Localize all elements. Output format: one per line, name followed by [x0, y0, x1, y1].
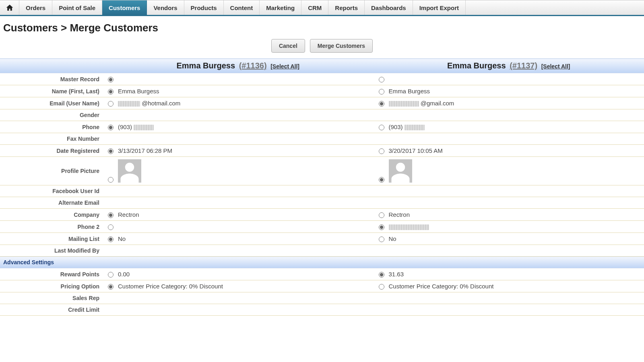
row-label-phone: Phone [0, 121, 103, 133]
row-email: Email (User Name) @hotmail.com @gmail.co… [0, 97, 644, 109]
cancel-button[interactable]: Cancel [271, 39, 305, 53]
row-reward_points: Reward Points 0.00 31.63 [0, 268, 644, 280]
customer-1-id: (#1136) [239, 61, 269, 70]
nav-item-content[interactable]: Content [224, 0, 260, 15]
customer-1-id-link[interactable]: (#1136) [239, 61, 267, 70]
row-company: Company Rectron Rectron [0, 209, 644, 221]
radio-reward_points-0[interactable] [108, 272, 114, 278]
radio-phone2-0[interactable] [108, 224, 114, 230]
row-profile_picture: Profile Picture [0, 157, 644, 185]
radio-master_record-0[interactable] [108, 77, 114, 82]
section-advanced-header: Advanced Settings [0, 257, 644, 268]
value-phone-0: (903) [118, 123, 154, 130]
merge-button[interactable]: Merge Customers [310, 39, 373, 53]
radio-company-0[interactable] [108, 212, 114, 218]
row-label-sales_rep: Sales Rep [0, 292, 103, 304]
row-gender: Gender [0, 109, 644, 121]
row-name: Name (First, Last) Emma Burgess Emma Bur… [0, 85, 644, 97]
radio-name-0[interactable] [108, 89, 114, 95]
radio-name-1[interactable] [379, 89, 384, 95]
value-reward_points-0: 0.00 [118, 271, 130, 278]
value-company-0: Rectron [118, 211, 139, 218]
radio-phone-0[interactable] [108, 125, 114, 130]
nav-item-point-of-sale[interactable]: Point of Sale [52, 0, 102, 15]
select-all-1[interactable]: [Select All] [270, 63, 299, 70]
radio-profile_picture-1[interactable] [379, 177, 384, 183]
value-email-1: @gmail.com [389, 100, 454, 107]
customer-2-id-link[interactable]: (#1137) [510, 61, 537, 70]
radio-mailing_list-0[interactable] [108, 237, 114, 242]
action-bar: Cancel Merge Customers [0, 38, 644, 58]
customer-1-name: Emma Burgess [176, 61, 235, 70]
radio-email-1[interactable] [379, 101, 384, 107]
section-advanced-label: Advanced Settings [3, 259, 54, 265]
radio-reward_points-1[interactable] [379, 272, 384, 278]
value-reward_points-1: 31.63 [389, 271, 404, 278]
row-label-fax: Fax Number [0, 133, 103, 145]
value-phone-1: (903) [389, 123, 425, 130]
top-nav: OrdersPoint of SaleCustomersVendorsProdu… [0, 0, 644, 16]
nav-item-reports[interactable]: Reports [328, 0, 365, 15]
value-pricing_option-0: Customer Price Category: 0% Discount [118, 283, 223, 290]
nav-home[interactable] [0, 0, 19, 15]
row-phone2: Phone 2 [0, 221, 644, 233]
redacted [118, 101, 140, 107]
row-date_registered: Date Registered 3/13/2017 06:28 PM 3/20/… [0, 145, 644, 157]
row-label-mailing_list: Mailing List [0, 233, 103, 245]
row-label-name: Name (First, Last) [0, 85, 103, 97]
value-phone2-1 [389, 223, 429, 230]
row-label-master_record: Master Record [0, 73, 103, 85]
radio-mailing_list-1[interactable] [379, 237, 384, 242]
row-pricing_option: Pricing Option Customer Price Category: … [0, 280, 644, 292]
nav-item-dashboards[interactable]: Dashboards [365, 0, 413, 15]
value-name-1: Emma Burgess [389, 88, 430, 95]
radio-phone-1[interactable] [379, 125, 384, 130]
row-sales_rep: Sales Rep [0, 292, 644, 304]
row-label-alt_email: Alternate Email [0, 197, 103, 209]
value-date_registered-0: 3/13/2017 06:28 PM [118, 147, 172, 154]
avatar-placeholder [118, 159, 141, 183]
value-mailing_list-0: No [118, 235, 126, 242]
radio-email-0[interactable] [108, 101, 114, 107]
nav-item-orders[interactable]: Orders [19, 0, 52, 15]
row-label-facebook_id: Facebook User Id [0, 185, 103, 197]
redacted [405, 125, 425, 130]
row-label-credit_limit: Credit Limit [0, 304, 103, 316]
row-label-gender: Gender [0, 109, 103, 121]
row-label-last_modified: Last Modified By [0, 245, 103, 257]
customer-header-2: Emma Burgess (#1137) [Select All] [377, 61, 641, 70]
redacted [389, 101, 419, 107]
row-label-email: Email (User Name) [0, 97, 103, 109]
nav-item-marketing[interactable]: Marketing [260, 0, 301, 15]
row-label-reward_points: Reward Points [0, 268, 103, 280]
nav-item-import-export[interactable]: Import Export [413, 0, 466, 15]
row-credit_limit: Credit Limit [0, 304, 644, 316]
page-title: Customers > Merge Customers [0, 16, 644, 38]
row-alt_email: Alternate Email [0, 197, 644, 209]
home-icon [6, 4, 14, 12]
value-email-0: @hotmail.com [118, 100, 180, 107]
nav-item-products[interactable]: Products [184, 0, 224, 15]
row-fax: Fax Number [0, 133, 644, 145]
value-company-1: Rectron [389, 211, 410, 218]
select-all-2[interactable]: [Select All] [541, 63, 570, 70]
nav-item-vendors[interactable]: Vendors [147, 0, 184, 15]
radio-pricing_option-0[interactable] [108, 284, 114, 290]
row-last_modified: Last Modified By [0, 245, 644, 257]
radio-master_record-1[interactable] [379, 77, 384, 82]
row-label-phone2: Phone 2 [0, 221, 103, 233]
merge-table: Emma Burgess (#1136) [Select All] Emma B… [0, 58, 644, 316]
row-master_record: Master Record [0, 73, 644, 85]
radio-date_registered-0[interactable] [108, 148, 114, 154]
row-label-profile_picture: Profile Picture [0, 157, 103, 185]
radio-profile_picture-0[interactable] [108, 177, 114, 183]
radio-phone2-1[interactable] [379, 224, 384, 230]
nav-item-customers[interactable]: Customers [102, 0, 147, 15]
value-mailing_list-1: No [389, 235, 396, 242]
nav-item-crm[interactable]: CRM [301, 0, 328, 15]
radio-company-1[interactable] [379, 212, 384, 218]
radio-pricing_option-1[interactable] [379, 284, 384, 290]
radio-date_registered-1[interactable] [379, 148, 384, 154]
redacted [134, 125, 154, 130]
avatar-placeholder [389, 159, 412, 183]
